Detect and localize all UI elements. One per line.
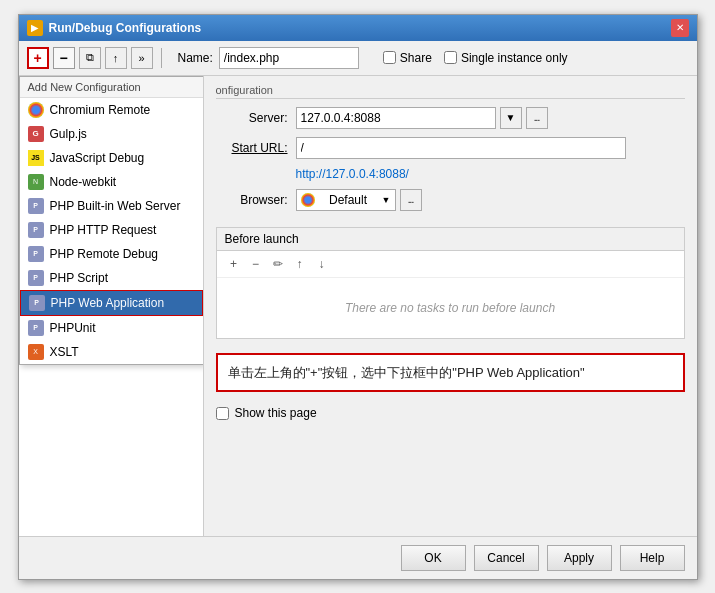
dialog-footer: OK Cancel Apply Help [19,536,697,579]
before-launch-toolbar: + − ✏ ↑ ↓ [217,251,684,278]
title-bar-left: ▶ Run/Debug Configurations [27,20,202,36]
browser-value: Default [329,193,367,207]
list-item[interactable]: Chromium Remote [20,98,203,122]
list-item[interactable]: N Node-webkit [20,170,203,194]
item-label: PHP Built-in Web Server [50,199,181,213]
start-url-row: Start URL: [216,137,685,159]
item-label: Gulp.js [50,127,87,141]
list-item[interactable]: P PHP Script [20,266,203,290]
url-link[interactable]: http://127.0.0.4:8088/ [296,167,409,181]
node-icon: N [28,174,44,190]
browser-dropdown[interactable]: Default ▼ [296,189,396,211]
arrow-button[interactable]: » [131,47,153,69]
title-bar: ▶ Run/Debug Configurations ✕ [19,15,697,41]
before-launch-empty-text: There are no tasks to run before launch [217,278,684,338]
section-label: onfiguration [216,84,685,99]
annotation-box: 单击左上角的"+"按钮，选中下拉框中的"PHP Web Application" [216,353,685,393]
ok-button[interactable]: OK [401,545,466,571]
before-launch-header: Before launch [217,228,684,251]
section-label-text: onfiguration [216,84,274,96]
item-label: XSLT [50,345,79,359]
item-label-selected: PHP Web Application [51,296,165,310]
add-config-dropdown: Add New Configuration Chromium Remote G … [19,76,204,365]
url-link-row: http://127.0.0.4:8088/ [216,167,685,181]
single-instance-label: Single instance only [461,51,568,65]
item-label: JavaScript Debug [50,151,145,165]
list-item[interactable]: G Gulp.js [20,122,203,146]
before-launch-edit-button[interactable]: ✏ [269,255,287,273]
gulp-icon: G [28,126,44,142]
list-item[interactable]: P PHPUnit [20,316,203,340]
before-launch-down-button[interactable]: ↓ [313,255,331,273]
chevron-down-icon: ▼ [382,195,391,205]
annotation-text: 单击左上角的"+"按钮，选中下拉框中的"PHP Web Application" [228,365,585,380]
share-label: Share [400,51,432,65]
add-config-button[interactable]: + [27,47,49,69]
list-item[interactable]: P PHP Built-in Web Server [20,194,203,218]
single-instance-checkbox[interactable] [444,51,457,64]
dropdown-header: Add New Configuration [20,77,203,98]
toolbar: + − ⧉ ↑ » Name: Share Single instance on… [19,41,697,76]
right-panel: onfiguration Server: ▼ ... Start URL: [204,76,697,536]
php-web-icon: P [29,295,45,311]
before-launch-remove-button[interactable]: − [247,255,265,273]
share-checkbox-item: Share [383,51,432,65]
main-content: Add New Configuration Chromium Remote G … [19,76,697,536]
server-dots-button[interactable]: ... [526,107,548,129]
xslt-icon: X [28,344,44,360]
php-icon: P [28,246,44,262]
left-panel: Add New Configuration Chromium Remote G … [19,76,204,536]
dialog-title: Run/Debug Configurations [49,21,202,35]
toolbar-separator [161,48,162,68]
share-checkbox[interactable] [383,51,396,64]
remove-config-button[interactable]: − [53,47,75,69]
show-page-row: Show this page [204,400,697,426]
name-input[interactable] [219,47,359,69]
single-instance-checkbox-item: Single instance only [444,51,568,65]
close-button[interactable]: ✕ [671,19,689,37]
chromium-icon [28,102,44,118]
dialog-icon: ▶ [27,20,43,36]
list-item[interactable]: P PHP Remote Debug [20,242,203,266]
before-launch-section: Before launch + − ✏ ↑ ↓ There are no tas… [216,227,685,339]
browser-row: Browser: Default ▼ ... [216,189,685,211]
browser-dots-button[interactable]: ... [400,189,422,211]
apply-button[interactable]: Apply [547,545,612,571]
item-label: Chromium Remote [50,103,151,117]
php-icon: P [28,198,44,214]
js-icon: JS [28,150,44,166]
before-launch-add-button[interactable]: + [225,255,243,273]
item-label: PHPUnit [50,321,96,335]
item-label: Node-webkit [50,175,117,189]
item-label: PHP HTTP Request [50,223,157,237]
browser-select-wrapper: Default ▼ ... [296,189,422,211]
server-input-wrapper: ▼ ... [296,107,548,129]
list-item[interactable]: JS JavaScript Debug [20,146,203,170]
start-url-label: Start URL: [216,141,288,155]
cancel-button[interactable]: Cancel [474,545,539,571]
server-input[interactable] [296,107,496,129]
php-icon: P [28,222,44,238]
phpunit-icon: P [28,320,44,336]
name-label: Name: [178,51,213,65]
show-page-checkbox[interactable] [216,407,229,420]
chrome-icon [301,193,315,207]
copy-config-button[interactable]: ⧉ [79,47,101,69]
item-label: PHP Remote Debug [50,247,159,261]
list-item-selected[interactable]: P PHP Web Application [20,290,203,316]
item-label: PHP Script [50,271,108,285]
server-label: Server: [216,111,288,125]
list-item[interactable]: X XSLT [20,340,203,364]
chevron-down-icon: ▼ [506,112,516,123]
browser-label: Browser: [216,193,288,207]
checkbox-section: Share Single instance only [383,51,568,65]
before-launch-up-button[interactable]: ↑ [291,255,309,273]
list-item[interactable]: P PHP HTTP Request [20,218,203,242]
run-debug-dialog: ▶ Run/Debug Configurations ✕ + − ⧉ ↑ » N… [18,14,698,580]
name-section: Name: [178,47,359,69]
start-url-input[interactable] [296,137,626,159]
help-button[interactable]: Help [620,545,685,571]
move-up-button[interactable]: ↑ [105,47,127,69]
server-select-button[interactable]: ▼ [500,107,522,129]
server-row: Server: ▼ ... [216,107,685,129]
